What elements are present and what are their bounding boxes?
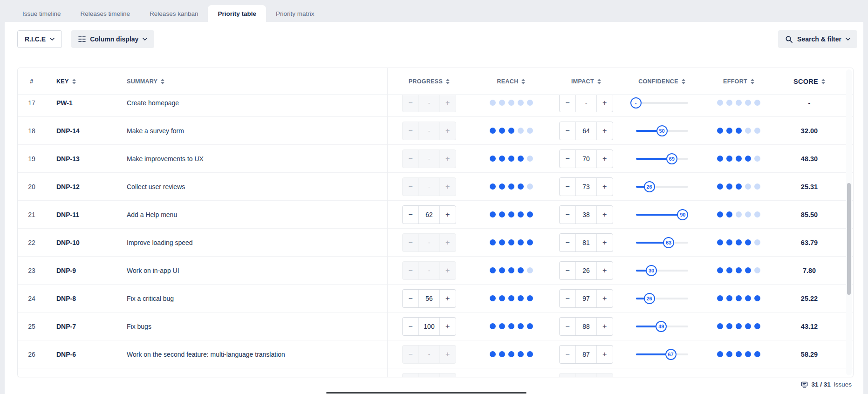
tab-releases-kanban[interactable]: Releases kanban	[140, 5, 208, 22]
effort-dot[interactable]	[736, 211, 742, 217]
reach-dot[interactable]	[490, 239, 496, 245]
progress-increment-button[interactable]: +	[440, 206, 456, 224]
effort-dot[interactable]	[717, 156, 723, 162]
reach-dot[interactable]	[508, 267, 514, 273]
reach-dot[interactable]	[527, 211, 533, 217]
reach-dot[interactable]	[518, 183, 524, 190]
reach-dot[interactable]	[499, 183, 505, 190]
slider-thumb[interactable]: -	[630, 97, 642, 109]
impact-increment-button[interactable]: +	[597, 150, 613, 168]
reach-dot[interactable]	[518, 239, 524, 245]
column-header-impact[interactable]: IMPACT	[551, 78, 621, 85]
column-header-key[interactable]: KEY	[46, 78, 116, 85]
reach-dot[interactable]	[490, 351, 496, 357]
impact-decrement-button[interactable]: −	[560, 95, 575, 112]
reach-dot[interactable]	[508, 351, 514, 357]
reach-dot[interactable]	[490, 128, 496, 134]
effort-dot[interactable]	[745, 183, 751, 190]
confidence-slider[interactable]: 49	[636, 320, 688, 333]
effort-dot[interactable]	[754, 156, 760, 162]
impact-value[interactable]: 81	[575, 234, 596, 251]
impact-increment-button[interactable]: +	[597, 346, 613, 363]
vertical-scrollbar-track[interactable]	[846, 69, 852, 375]
reach-dot[interactable]	[490, 156, 496, 162]
effort-dot[interactable]	[754, 100, 760, 106]
column-header-progress[interactable]: PROGRESS	[387, 78, 471, 85]
impact-decrement-button[interactable]: −	[560, 290, 575, 307]
effort-dot[interactable]	[736, 323, 742, 329]
framework-select[interactable]: R.I.C.E	[17, 30, 62, 48]
effort-dot[interactable]	[726, 267, 732, 273]
impact-value[interactable]: -	[575, 95, 596, 112]
effort-dot[interactable]	[745, 211, 751, 217]
effort-dot[interactable]	[726, 323, 732, 329]
effort-dot[interactable]	[736, 128, 742, 134]
vertical-scrollbar-thumb[interactable]	[847, 183, 851, 295]
reach-dot[interactable]	[499, 239, 505, 245]
effort-dot[interactable]	[745, 351, 751, 357]
reach-dot[interactable]	[508, 100, 514, 106]
effort-dot[interactable]	[736, 267, 742, 273]
reach-dot[interactable]	[499, 100, 505, 106]
reach-dot[interactable]	[508, 211, 514, 217]
tab-priority-matrix[interactable]: Priority matrix	[266, 5, 324, 22]
effort-dot[interactable]	[736, 100, 742, 106]
reach-dot[interactable]	[527, 128, 533, 134]
reach-dot[interactable]	[518, 351, 524, 357]
tab-releases-timeline[interactable]: Releases timeline	[71, 5, 140, 22]
impact-increment-button[interactable]: +	[597, 122, 613, 140]
slider-thumb[interactable]: 26	[644, 181, 655, 192]
impact-value[interactable]: 88	[575, 318, 596, 335]
reach-dot[interactable]	[527, 156, 533, 162]
reach-dot[interactable]	[518, 211, 524, 217]
effort-dot[interactable]	[726, 156, 732, 162]
reach-dot[interactable]	[508, 323, 514, 329]
effort-dot[interactable]	[745, 295, 751, 301]
effort-dot[interactable]	[754, 128, 760, 134]
effort-dot[interactable]	[736, 239, 742, 245]
effort-dot[interactable]	[726, 183, 732, 190]
reach-dot[interactable]	[490, 267, 496, 273]
progress-decrement-button[interactable]: −	[403, 318, 418, 335]
reach-dot[interactable]	[527, 323, 533, 329]
effort-dot[interactable]	[745, 156, 751, 162]
impact-value[interactable]: 38	[575, 206, 596, 224]
reach-dot[interactable]	[518, 267, 524, 273]
reach-dot[interactable]	[490, 323, 496, 329]
impact-decrement-button[interactable]: −	[560, 318, 575, 335]
impact-decrement-button[interactable]: −	[560, 234, 575, 251]
search-filter-button[interactable]: Search & filter	[778, 30, 857, 48]
column-header-score[interactable]: SCORE	[775, 78, 844, 85]
progress-value[interactable]: 100	[418, 318, 439, 335]
effort-dot[interactable]	[726, 295, 732, 301]
confidence-slider[interactable]: 30	[636, 265, 688, 277]
slider-thumb[interactable]: 63	[663, 237, 674, 248]
confidence-slider[interactable]: 67	[636, 348, 688, 360]
reach-dot[interactable]	[508, 239, 514, 245]
reach-dot[interactable]	[527, 351, 533, 357]
slider-thumb[interactable]: 67	[665, 349, 677, 360]
reach-dot[interactable]	[499, 156, 505, 162]
reach-dot[interactable]	[518, 295, 524, 301]
effort-dot[interactable]	[726, 351, 732, 357]
effort-dot[interactable]	[726, 239, 732, 245]
column-header-effort[interactable]: EFFORT	[703, 78, 775, 85]
progress-decrement-button[interactable]: −	[403, 206, 418, 224]
horizontal-scrollbar[interactable]	[326, 392, 526, 394]
reach-dot[interactable]	[527, 239, 533, 245]
effort-dot[interactable]	[726, 211, 732, 217]
reach-dot[interactable]	[499, 351, 505, 357]
impact-increment-button[interactable]: +	[597, 178, 613, 196]
reach-dot[interactable]	[490, 100, 496, 106]
reach-dot[interactable]	[499, 211, 505, 217]
effort-dot[interactable]	[754, 183, 760, 190]
effort-dot[interactable]	[736, 183, 742, 190]
reach-dot[interactable]	[508, 295, 514, 301]
column-header-summary[interactable]: SUMMARY	[116, 78, 387, 85]
effort-dot[interactable]	[745, 267, 751, 273]
effort-dot[interactable]	[745, 323, 751, 329]
reach-dot[interactable]	[508, 156, 514, 162]
slider-thumb[interactable]: 49	[656, 321, 667, 332]
impact-value[interactable]: 26	[575, 262, 596, 279]
reach-dot[interactable]	[499, 323, 505, 329]
